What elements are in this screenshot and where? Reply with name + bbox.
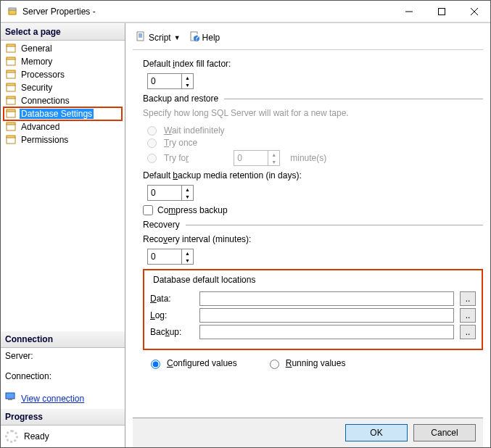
page-icon [5, 134, 17, 146]
locations-group: Database default locations Data: .. Log:… [143, 269, 483, 350]
page-icon [5, 69, 17, 80]
sidebar-item-general[interactable]: General [4, 42, 122, 55]
fill-factor-input[interactable] [148, 74, 181, 88]
spin-up-icon[interactable]: ▲ [182, 249, 193, 257]
retention-spin[interactable]: ▲▼ [147, 185, 194, 201]
titlebar: Server Properties - [1, 1, 490, 22]
view-connection-link[interactable]: View connection [21, 394, 84, 404]
progress-spinner-icon [5, 430, 18, 443]
connection-header: Connection [1, 331, 125, 348]
svg-rect-11 [7, 70, 15, 72]
connection-label: Connection: [5, 371, 120, 381]
running-radio[interactable]: Running values [266, 357, 346, 369]
data-browse-button[interactable]: .. [460, 291, 476, 306]
maximize-button[interactable] [425, 1, 458, 22]
recovery-interval-label: Recovery interval (minutes): [143, 234, 251, 244]
retention-label: Default backup media retention (in days)… [143, 170, 302, 181]
log-label: Log: [150, 310, 194, 320]
retention-input[interactable] [148, 186, 181, 200]
svg-rect-19 [7, 123, 15, 125]
svg-rect-3 [438, 8, 445, 14]
sidebar-item-security[interactable]: Security [4, 81, 122, 94]
page-icon [5, 43, 17, 54]
backup-hint: Specify how long SQL Server will wait fo… [143, 108, 483, 118]
chevron-down-icon: ▼ [174, 34, 181, 41]
right-pane: Script ▼ ? Help Default index fill facto… [125, 23, 490, 447]
help-button[interactable]: ? Help [186, 30, 223, 45]
log-browse-button[interactable]: .. [460, 308, 476, 323]
recovery-input[interactable] [148, 249, 181, 264]
window: Server Properties - Select a page Genera… [0, 0, 491, 448]
sidebar-item-connections[interactable]: Connections [4, 94, 122, 107]
sidebar-item-advanced[interactable]: Advanced [4, 120, 122, 133]
data-path-input[interactable] [199, 291, 454, 306]
backup-label: Backup: [150, 327, 194, 337]
page-icon [5, 56, 17, 67]
svg-rect-15 [7, 96, 15, 99]
recovery-spin[interactable]: ▲▼ [147, 249, 194, 265]
sidebar-item-database-settings[interactable]: Database Settings [4, 107, 122, 120]
svg-rect-24 [137, 32, 144, 41]
svg-rect-22 [6, 393, 15, 399]
fill-factor-spin[interactable]: ▲▼ [147, 73, 194, 89]
backup-browse-button[interactable]: .. [460, 325, 476, 339]
compress-label: Compress backup [157, 205, 228, 215]
page-list: General Memory Processors Security Conne… [1, 41, 125, 331]
svg-line-5 [471, 8, 478, 15]
progress-ready-label: Ready [24, 431, 49, 441]
page-icon [5, 121, 17, 133]
svg-rect-7 [7, 44, 15, 46]
close-button[interactable] [458, 1, 490, 22]
ok-button[interactable]: OK [345, 424, 408, 441]
minimize-button[interactable] [392, 1, 425, 22]
try-for-spin: ▲▼ [234, 150, 280, 166]
monitor-icon [5, 391, 17, 405]
svg-rect-9 [7, 57, 15, 59]
cancel-button[interactable]: Cancel [413, 424, 476, 441]
fill-factor-label: Default index fill factor: [143, 59, 231, 69]
log-path-input[interactable] [199, 308, 454, 323]
toolbar: Script ▼ ? Help [133, 28, 483, 50]
page-icon [5, 95, 17, 107]
try-once-radio: Try once [147, 138, 483, 148]
configured-radio[interactable]: Configured values [147, 357, 237, 369]
script-button[interactable]: Script ▼ [133, 30, 183, 45]
svg-rect-23 [8, 399, 12, 400]
select-page-header: Select a page [1, 23, 125, 41]
sidebar-item-memory[interactable]: Memory [4, 55, 122, 68]
left-pane: Select a page General Memory Processors … [1, 23, 125, 447]
recovery-group: Recovery [143, 220, 180, 230]
svg-rect-1 [9, 8, 16, 10]
svg-rect-13 [7, 83, 15, 86]
backup-path-input[interactable] [199, 325, 454, 339]
page-icon [5, 108, 17, 120]
try-for-radio: Try for ▲▼ minute(s) [147, 150, 483, 166]
spin-down-icon[interactable]: ▼ [182, 193, 193, 200]
spin-up-icon[interactable]: ▲ [182, 186, 193, 193]
script-icon [136, 31, 146, 43]
wait-indef-radio: Wait indefinitely [147, 125, 483, 136]
svg-rect-21 [7, 136, 15, 138]
locations-title: Database default locations [150, 275, 258, 285]
svg-text:?: ? [194, 33, 199, 41]
page-icon [5, 82, 17, 94]
footer: OK Cancel [133, 418, 483, 447]
connection-block: Server: Connection: View connection [1, 348, 125, 408]
app-icon [7, 6, 18, 17]
server-label: Server: [5, 351, 120, 361]
svg-rect-17 [7, 109, 15, 112]
sidebar-item-permissions[interactable]: Permissions [4, 133, 122, 146]
data-label: Data: [150, 294, 194, 304]
help-icon: ? [189, 31, 199, 43]
compress-checkbox[interactable] [143, 205, 153, 215]
spin-down-icon[interactable]: ▼ [182, 81, 193, 88]
backup-restore-group: Backup and restore [143, 94, 218, 104]
spin-down-icon[interactable]: ▼ [182, 257, 193, 264]
svg-line-4 [471, 8, 478, 15]
spin-up-icon[interactable]: ▲ [182, 74, 193, 81]
sidebar-item-processors[interactable]: Processors [4, 68, 122, 81]
window-title: Server Properties - [22, 7, 392, 17]
progress-header: Progress [1, 408, 125, 426]
